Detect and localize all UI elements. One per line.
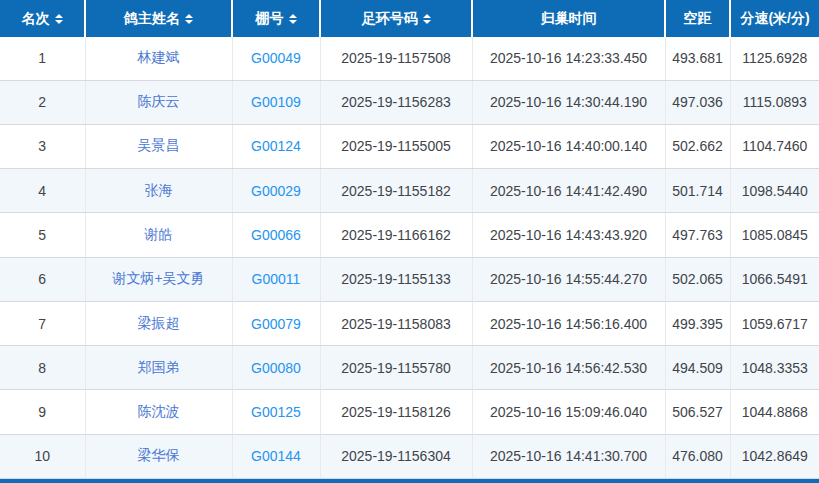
distance-cell: 502.065 xyxy=(665,257,730,301)
owner-link[interactable]: 张海 xyxy=(145,182,173,198)
result-row: 2 陈庆云 G00109 2025-19-1156283 2025-10-16 … xyxy=(0,80,819,124)
time-cell: 2025-10-16 15:09:46.040 xyxy=(472,390,665,434)
ring-cell: 2025-19-1155133 xyxy=(320,257,472,301)
result-row: 4 张海 G00029 2025-19-1155182 2025-10-16 1… xyxy=(0,169,819,213)
column-header-owner-label: 鸽主姓名 xyxy=(124,10,180,28)
owner-link[interactable]: 谢文炳+吴文勇 xyxy=(112,270,204,286)
distance-cell: 494.509 xyxy=(665,346,730,390)
owner-link[interactable]: 谢皓 xyxy=(145,226,173,242)
ring-cell: 2025-19-1155005 xyxy=(320,124,472,168)
speed-cell: 1059.6717 xyxy=(730,301,819,345)
loft-cell: G00079 xyxy=(232,301,320,345)
owner-link[interactable]: 吴景昌 xyxy=(138,137,180,153)
column-header-distance-label: 空距 xyxy=(684,10,712,28)
column-header-rank-label: 名次 xyxy=(22,10,50,28)
sort-icon xyxy=(289,14,297,24)
owner-cell: 梁华保 xyxy=(85,434,232,478)
loft-link[interactable]: G00049 xyxy=(251,50,301,66)
loft-link[interactable]: G00144 xyxy=(251,448,301,464)
column-header-rank[interactable]: 名次 xyxy=(0,0,85,37)
owner-link[interactable]: 梁华保 xyxy=(138,447,180,463)
column-header-ring[interactable]: 足环号码 xyxy=(320,0,472,37)
owner-cell: 张海 xyxy=(85,169,232,213)
speed-cell: 1085.0845 xyxy=(730,213,819,257)
result-row: 10 梁华保 G00144 2025-19-1156304 2025-10-16… xyxy=(0,434,819,478)
owner-cell: 林建斌 xyxy=(85,37,232,80)
loft-link[interactable]: G00109 xyxy=(251,94,301,110)
distance-cell: 497.763 xyxy=(665,213,730,257)
ring-cell: 2025-19-1156304 xyxy=(320,434,472,478)
result-row: 6 谢文炳+吴文勇 G00011 2025-19-1155133 2025-10… xyxy=(0,257,819,301)
loft-cell: G00125 xyxy=(232,390,320,434)
time-cell: 2025-10-16 14:56:16.400 xyxy=(472,301,665,345)
loft-link[interactable]: G00080 xyxy=(251,360,301,376)
loft-link[interactable]: G00124 xyxy=(251,138,301,154)
ring-cell: 2025-19-1155780 xyxy=(320,346,472,390)
time-cell: 2025-10-16 14:43:43.920 xyxy=(472,213,665,257)
rank-cell: 4 xyxy=(0,169,85,213)
column-header-time-label: 归巢时间 xyxy=(541,10,597,28)
result-row: 1 林建斌 G00049 2025-19-1157508 2025-10-16 … xyxy=(0,37,819,80)
owner-link[interactable]: 陈沈波 xyxy=(138,403,180,419)
time-cell: 2025-10-16 14:41:42.490 xyxy=(472,169,665,213)
sort-icon xyxy=(55,14,63,24)
bottom-blue-bar xyxy=(0,479,819,483)
loft-link[interactable]: G00029 xyxy=(251,183,301,199)
rank-cell: 2 xyxy=(0,80,85,124)
column-header-distance: 空距 xyxy=(665,0,730,37)
time-cell: 2025-10-16 14:30:44.190 xyxy=(472,80,665,124)
time-cell: 2025-10-16 14:40:00.140 xyxy=(472,124,665,168)
ring-cell: 2025-19-1157508 xyxy=(320,37,472,80)
time-cell: 2025-10-16 14:56:42.530 xyxy=(472,346,665,390)
rank-cell: 5 xyxy=(0,213,85,257)
distance-cell: 502.662 xyxy=(665,124,730,168)
owner-cell: 谢皓 xyxy=(85,213,232,257)
sort-icon xyxy=(185,14,193,24)
loft-cell: G00066 xyxy=(232,213,320,257)
owner-cell: 梁振超 xyxy=(85,301,232,345)
column-header-speed-label: 分速(米/分) xyxy=(740,10,809,28)
rank-cell: 8 xyxy=(0,346,85,390)
results-body: 1 林建斌 G00049 2025-19-1157508 2025-10-16 … xyxy=(0,37,819,479)
speed-cell: 1048.3353 xyxy=(730,346,819,390)
owner-link[interactable]: 林建斌 xyxy=(138,49,180,65)
owner-link[interactable]: 陈庆云 xyxy=(138,93,180,109)
ring-cell: 2025-19-1166162 xyxy=(320,213,472,257)
loft-cell: G00144 xyxy=(232,434,320,478)
owner-link[interactable]: 郑国弟 xyxy=(138,359,180,375)
loft-cell: G00011 xyxy=(232,257,320,301)
loft-link[interactable]: G00011 xyxy=(252,271,301,287)
speed-cell: 1066.5491 xyxy=(730,257,819,301)
speed-cell: 1042.8649 xyxy=(730,434,819,478)
rank-cell: 9 xyxy=(0,390,85,434)
loft-cell: G00080 xyxy=(232,346,320,390)
column-header-time: 归巢时间 xyxy=(472,0,665,37)
loft-cell: G00124 xyxy=(232,124,320,168)
ring-cell: 2025-19-1158083 xyxy=(320,301,472,345)
result-row: 8 郑国弟 G00080 2025-19-1155780 2025-10-16 … xyxy=(0,346,819,390)
distance-cell: 476.080 xyxy=(665,434,730,478)
loft-cell: G00029 xyxy=(232,169,320,213)
time-cell: 2025-10-16 14:41:30.700 xyxy=(472,434,665,478)
results-table: 名次 鸽主姓名 棚号 xyxy=(0,0,819,479)
column-header-owner[interactable]: 鸽主姓名 xyxy=(85,0,232,37)
results-header: 名次 鸽主姓名 棚号 xyxy=(0,0,819,37)
rank-cell: 6 xyxy=(0,257,85,301)
owner-link[interactable]: 梁振超 xyxy=(138,315,180,331)
time-cell: 2025-10-16 14:23:33.450 xyxy=(472,37,665,80)
column-header-loft[interactable]: 棚号 xyxy=(232,0,320,37)
rank-cell: 7 xyxy=(0,301,85,345)
distance-cell: 497.036 xyxy=(665,80,730,124)
loft-cell: G00049 xyxy=(232,37,320,80)
loft-cell: G00109 xyxy=(232,80,320,124)
result-row: 9 陈沈波 G00125 2025-19-1158126 2025-10-16 … xyxy=(0,390,819,434)
owner-cell: 陈沈波 xyxy=(85,390,232,434)
loft-link[interactable]: G00125 xyxy=(251,404,301,420)
speed-cell: 1115.0893 xyxy=(730,80,819,124)
distance-cell: 493.681 xyxy=(665,37,730,80)
loft-link[interactable]: G00079 xyxy=(251,316,301,332)
column-header-ring-label: 足环号码 xyxy=(362,10,418,28)
loft-link[interactable]: G00066 xyxy=(251,227,301,243)
distance-cell: 501.714 xyxy=(665,169,730,213)
owner-cell: 郑国弟 xyxy=(85,346,232,390)
